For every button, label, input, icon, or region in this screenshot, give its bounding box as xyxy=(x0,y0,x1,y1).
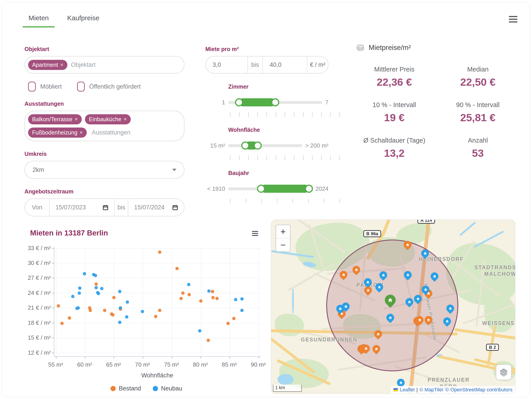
chip-fu-bodenheizung[interactable]: Fußbodenheizung× xyxy=(28,128,87,138)
stat-item: 10 % - Intervall19 € xyxy=(353,101,436,124)
data-point-neubau xyxy=(94,274,97,277)
map-marker-bestand[interactable] xyxy=(402,239,413,250)
plot-wrap: 55 m²60 m²65 m²70 m²75 m²80 m²85 m²90 m²… xyxy=(23,225,269,396)
map-marker-neubau[interactable] xyxy=(445,303,456,314)
map-marker-bestand[interactable] xyxy=(373,329,384,339)
map-marker-neubau[interactable] xyxy=(442,316,452,327)
checkbox-row: MöbliertÖffentlich gefördert xyxy=(28,82,184,92)
data-point-neubau xyxy=(94,286,98,289)
slider-max-label: 2024 xyxy=(316,185,329,192)
legend-item-bestand[interactable]: Bestand xyxy=(111,385,141,392)
x-axis-tick-label: 70 m² xyxy=(129,361,156,368)
stat-value: 22,36 € xyxy=(353,76,436,88)
data-point-neubau xyxy=(83,272,86,275)
map-marker-neubau[interactable] xyxy=(362,277,373,288)
chip-balkon-terrasse[interactable]: Balkon/Terrasse× xyxy=(28,114,82,124)
map-marker-bestand[interactable] xyxy=(338,269,349,280)
layers-control-button[interactable] xyxy=(496,364,512,380)
zoom-in-button[interactable]: + xyxy=(276,225,290,238)
slider-handle[interactable] xyxy=(305,185,313,193)
map-marker-neubau[interactable] xyxy=(412,293,423,304)
map-marker-neubau[interactable] xyxy=(420,248,431,259)
legend-item-neubau[interactable]: Neubau xyxy=(153,385,183,392)
maptiler-link[interactable]: © MapTiler xyxy=(419,387,443,393)
data-point-bestand xyxy=(211,296,215,299)
map-scale-bar: 1 km xyxy=(273,385,302,392)
data-point-bestand xyxy=(112,296,116,299)
slider-baujahr: Baujahr< 19102024 xyxy=(205,170,329,203)
data-point-neubau xyxy=(100,287,104,290)
chip-apartment[interactable]: Apartment× xyxy=(28,60,67,70)
slider-max-label: 7 xyxy=(325,99,329,106)
map-marker-neubau[interactable] xyxy=(404,296,415,307)
x-axis-tick-label: 60 m² xyxy=(71,361,98,368)
slider-handle[interactable] xyxy=(241,142,249,150)
zoom-out-button[interactable]: − xyxy=(276,238,290,251)
ausstattungen-input[interactable]: Balkon/Terrasse×Einbauküche×Fußbodenheiz… xyxy=(25,111,184,141)
stat-value: 19 € xyxy=(353,111,436,124)
miete-label: Miete pro m² xyxy=(205,46,329,52)
house-icon xyxy=(397,379,405,386)
tab-kaufpreise[interactable]: Kaufpreise xyxy=(61,12,105,27)
wohnflaeche-slider-track[interactable] xyxy=(228,144,302,147)
date-from-field[interactable]: 15/07/2023 xyxy=(50,204,114,211)
map[interactable]: + − 1 km Leaflet | © MapTiler © OpenStre… xyxy=(271,220,515,394)
umkreis-value: 2km xyxy=(32,166,44,173)
umkreis-select[interactable]: 2km xyxy=(25,161,184,179)
slider-min-label: 1 xyxy=(205,99,225,106)
data-point-neubau xyxy=(234,298,237,301)
chip-einbauk-che[interactable]: Einbauküche× xyxy=(85,114,131,124)
zimmer-slider-track[interactable] xyxy=(228,101,322,104)
map-marker-neubau[interactable] xyxy=(429,271,440,281)
map-marker-neubau[interactable] xyxy=(378,270,389,281)
map-marker-subject[interactable] xyxy=(383,292,398,308)
map-marker-bestand[interactable] xyxy=(351,264,362,275)
checkbox-m-bliert[interactable] xyxy=(28,82,36,92)
plot-area xyxy=(54,247,261,357)
map-marker-bestand[interactable] xyxy=(414,314,425,325)
y-axis-tick-label: 18 € / m² xyxy=(23,319,51,326)
map-place-label: STADTRANDSIEDL xyxy=(474,264,515,271)
osm-link[interactable]: © OpenStreetMap contributors xyxy=(445,387,513,393)
stat-label: 90 % - Intervall xyxy=(436,101,520,109)
slider-handle[interactable] xyxy=(257,185,265,193)
checkbox--ffentlich-gef-rdert[interactable] xyxy=(77,82,85,92)
objektart-input[interactable]: Apartment× Objektart xyxy=(25,56,184,73)
slider-ticks xyxy=(228,155,342,160)
date-range-input: Von 15/07/2023 bis 15/07/2024 xyxy=(25,198,184,216)
map-marker-bestand[interactable] xyxy=(361,343,371,354)
map-marker-neubau[interactable] xyxy=(402,269,413,280)
chip-remove-icon[interactable]: × xyxy=(124,116,127,122)
chip-remove-icon[interactable]: × xyxy=(75,116,77,122)
stat-value: 53 xyxy=(436,147,520,159)
miete-min-field[interactable]: 3,0 xyxy=(206,61,247,68)
leaflet-link[interactable]: Leaflet xyxy=(400,387,414,393)
menu-hamburger-icon[interactable] xyxy=(509,16,517,22)
date-to-field[interactable]: 15/07/2024 xyxy=(128,204,184,211)
x-axis-tick-label: 75 m² xyxy=(158,361,185,368)
calendar-icon xyxy=(102,204,108,210)
chip-remove-icon[interactable]: × xyxy=(80,130,83,136)
tab-mieten[interactable]: Mieten xyxy=(23,12,55,27)
checkbox-item: Öffentlich gefördert xyxy=(77,82,141,92)
chip-remove-icon[interactable]: × xyxy=(60,62,63,68)
map-marker-bestand[interactable] xyxy=(371,343,382,354)
data-point-neubau xyxy=(125,315,128,319)
map-marker-neubau[interactable] xyxy=(340,301,351,312)
map-marker-neubau[interactable] xyxy=(420,284,431,295)
slider-handle[interactable] xyxy=(254,142,262,150)
baujahr-slider-track[interactable] xyxy=(228,187,312,190)
miete-bis-label: bis xyxy=(248,61,262,68)
slider-handle[interactable] xyxy=(271,98,279,106)
miete-max-field[interactable]: 40,0 xyxy=(263,61,307,68)
map-marker-bestand[interactable] xyxy=(423,314,434,325)
house-icon xyxy=(364,278,372,286)
map-marker-neubau[interactable] xyxy=(385,312,396,323)
slider-handle[interactable] xyxy=(235,98,243,106)
house-icon xyxy=(373,345,380,353)
data-point-neubau xyxy=(187,283,190,286)
data-point-bestand xyxy=(227,322,230,325)
map-marker-neubau[interactable] xyxy=(374,281,385,292)
map-attribution: Leaflet | © MapTiler © OpenStreetMap con… xyxy=(391,386,515,394)
stat-value: 25,81 € xyxy=(436,111,520,124)
